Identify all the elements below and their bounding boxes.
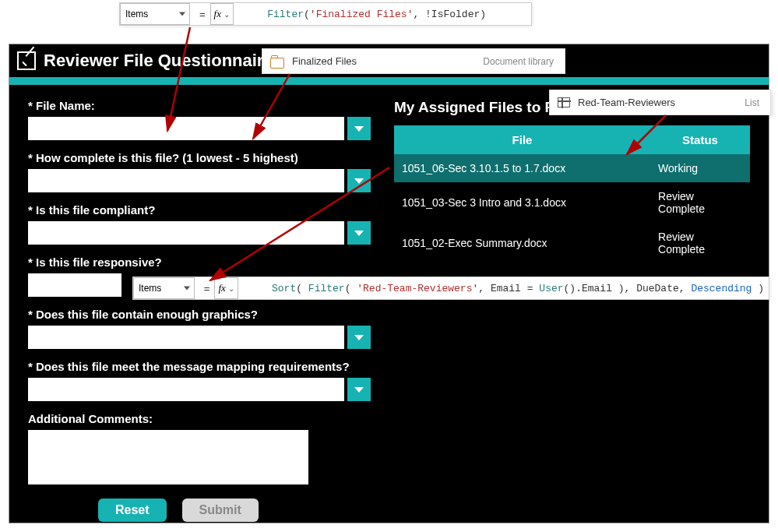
input-file-name[interactable] [28,117,344,140]
formula-bar-top[interactable]: Items = fx⌄ Filter('Finalized Files', !I… [119,2,532,26]
dropdown-button-completeness[interactable] [347,169,371,192]
fx-button-mid[interactable]: fx⌄ [214,277,238,299]
label-message-mapping: * Does this file meet the message mappin… [28,360,371,373]
cell-status: Review Complete [650,182,750,223]
token: ( [296,283,308,294]
chevron-down-icon: ⌄ [224,10,230,19]
input-responsive[interactable] [28,273,121,297]
input-message-mapping[interactable] [28,378,344,401]
equals-sign: = [199,9,206,20]
token: Filter [267,9,304,20]
token: User [539,283,563,294]
property-dropdown-mid[interactable]: Items [133,277,195,299]
input-compliant[interactable] [28,221,344,245]
token: , Email [478,283,526,294]
cell-file: 1051_02-Exec Summary.docx [394,223,650,263]
formula-bar-mid[interactable]: Items = fx⌄ Sort( Filter( 'Red-Team-Revi… [132,277,769,300]
table-row[interactable]: 1051_02-Exec Summary.docx Review Complet… [394,223,750,263]
property-dropdown-label: Items [125,9,148,19]
field-file-name: * File Name: [28,99,371,140]
document-library-icon [270,56,284,67]
tooltip-finalized-files: Finalized Files Document library [262,48,565,74]
table-row[interactable]: 1051_06-Sec 3.10.1.5 to 1.7.docx Working [394,154,750,182]
tooltip-red-team-reviewers: Red-Team-Reviewers List [549,90,771,115]
label-completeness: * How complete is this file? (1 lowest -… [28,151,371,164]
token: ( [304,9,310,20]
token: ) [480,9,486,20]
submit-button[interactable]: Submit [182,499,259,522]
token: ) [752,283,764,294]
label-comments: Additional Comments: [28,412,371,425]
col-header-file: File [394,125,650,154]
token: Descending [691,283,752,294]
review-panel: My Assigned Files to Review File Status … [394,99,750,522]
field-completeness: * How complete is this file? (1 lowest -… [28,151,371,192]
label-file-name: * File Name: [28,99,371,112]
dropdown-button-file-name[interactable] [347,117,371,140]
dropdown-button-message-mapping[interactable] [347,378,371,401]
field-compliant: * Is this file compliant? [28,203,371,245]
cell-file: 1051_03-Sec 3 Intro and 3.1.docx [394,182,650,223]
list-icon [558,97,570,107]
col-header-status: Status [650,125,750,154]
dropdown-button-graphics[interactable] [347,326,371,349]
reset-button[interactable]: Reset [98,499,167,522]
app-title: Reviewer File Questionnaire [44,51,273,71]
field-message-mapping: * Does this file meet the message mappin… [28,360,371,401]
token: 'Finalized Files' [310,9,414,20]
token: , !IsFolder [413,9,480,20]
tooltip-type: Document library [459,56,554,67]
token: ( [345,283,357,294]
cell-file: 1051_06-Sec 3.10.1.5 to 1.7.docx [394,154,650,182]
field-graphics: * Does this file contain enough graphics… [28,308,371,349]
fx-label: fx [218,282,225,294]
form-buttons: Reset Submit [28,499,371,522]
input-completeness[interactable] [28,169,344,192]
token: ().Email ), DueDate, [564,283,692,294]
token: Sort [272,283,296,294]
fx-label: fx [214,8,221,20]
token: = [527,283,533,294]
fx-button-top[interactable]: fx⌄ [210,3,234,25]
tooltip-name: Red-Team-Reviewers [578,97,675,108]
table-row[interactable]: 1051_03-Sec 3 Intro and 3.1.docx Review … [394,182,750,223]
token: 'Red-Team-Reviewers' [357,283,478,294]
cell-status: Working [650,154,750,182]
property-dropdown-label: Items [139,283,161,294]
equals-sign: = [204,283,210,294]
questionnaire-form: * File Name: * How complete is this file… [28,99,371,522]
checklist-icon [17,51,36,70]
property-dropdown-top[interactable]: Items [120,3,190,25]
chevron-down-icon: ⌄ [228,284,234,293]
tooltip-type: List [721,97,759,108]
label-compliant: * Is this file compliant? [28,203,371,217]
dropdown-button-compliant[interactable] [347,221,371,245]
token: Filter [308,283,345,294]
input-comments[interactable] [28,430,308,484]
files-table: File Status 1051_06-Sec 3.10.1.5 to 1.7.… [394,125,750,263]
field-comments: Additional Comments: [28,412,371,488]
tooltip-name: Finalized Files [292,55,357,67]
formula-text-mid[interactable]: Sort( Filter( 'Red-Team-Reviewers', Emai… [243,271,769,306]
label-responsive: * Is this file responsive? [28,255,371,269]
cell-status: Review Complete [650,223,750,263]
formula-text-top[interactable]: Filter('Finalized Files', !IsFolder) [238,0,491,32]
label-graphics: * Does this file contain enough graphics… [28,308,371,321]
header-accent-bar [9,77,769,85]
input-graphics[interactable] [28,326,344,349]
